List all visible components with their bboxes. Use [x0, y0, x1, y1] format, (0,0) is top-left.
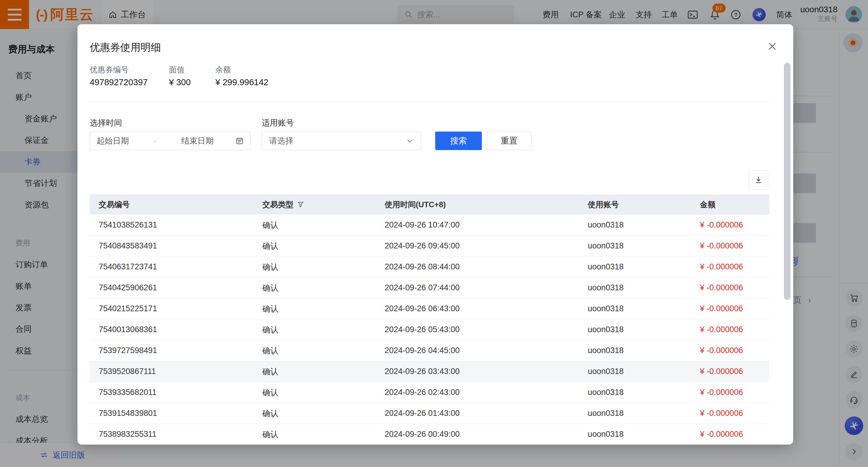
search-button[interactable]: 搜索: [435, 132, 482, 150]
close-icon: [767, 41, 778, 52]
usage-time: 2024-09-26 10:47:00: [385, 215, 460, 235]
table-row: 7538983255311确认2024-09-26 00:49:00uoon03…: [90, 424, 769, 444]
transaction-id: 7539520867111: [99, 361, 156, 382]
date-range-picker[interactable]: 起始日期 - 结束日期: [90, 132, 251, 150]
table-header: 交易编号交易类型使用时间(UTC+8)使用账号金额: [90, 194, 769, 215]
usage-time: 2024-09-26 04:45:00: [385, 340, 460, 361]
transaction-id: 7540013068361: [99, 319, 157, 340]
column-header: 使用账号: [588, 194, 619, 215]
transaction-id: 7541038526131: [99, 215, 157, 235]
account-filter-label: 适用账号: [262, 118, 294, 128]
info-label: 面值: [169, 65, 185, 75]
usage-account: uoon0318: [588, 424, 624, 444]
transaction-type: 确认: [262, 403, 278, 424]
amount: ¥ -0.000006: [700, 257, 743, 277]
info-label: 余额: [215, 65, 231, 75]
transaction-type: 确认: [262, 340, 278, 361]
table-row: 7540425906261确认2024-09-26 07:44:00uoon03…: [90, 277, 769, 298]
transaction-type: 确认: [262, 382, 278, 403]
usage-account: uoon0318: [588, 403, 624, 424]
table-row: 7541038526131确认2024-09-26 10:47:00uoon03…: [90, 215, 769, 236]
usage-account: uoon0318: [588, 236, 624, 256]
table-row: 7539154839801确认2024-09-26 01:43:00uoon03…: [90, 403, 769, 424]
table-row: 7540215225171确认2024-09-26 06:43:00uoon03…: [90, 298, 769, 319]
amount: ¥ -0.000006: [700, 277, 743, 298]
chevron-down-icon: [406, 137, 414, 145]
usage-time: 2024-09-26 03:43:00: [385, 361, 460, 382]
end-date-placeholder: 结束日期: [181, 135, 214, 146]
time-filter-label: 选择时间: [90, 118, 122, 128]
transaction-type: 确认: [262, 257, 278, 277]
transaction-id: 7540843583491: [99, 236, 157, 256]
usage-time: 2024-09-26 02:43:00: [385, 382, 460, 403]
transaction-id: 7540631723741: [99, 257, 157, 277]
calendar-icon: [236, 137, 244, 145]
close-button[interactable]: [766, 40, 779, 53]
usage-time: 2024-09-26 01:43:00: [385, 403, 460, 424]
modal-scrollbar[interactable]: [784, 63, 790, 300]
download-icon: [754, 175, 763, 185]
select-placeholder: 请选择: [269, 135, 293, 146]
amount: ¥ -0.000006: [700, 361, 743, 382]
usage-time: 2024-09-26 05:43:00: [385, 319, 460, 340]
transaction-id: 7539335682011: [99, 382, 156, 403]
transaction-type: 确认: [262, 424, 278, 444]
amount: ¥ -0.000006: [700, 215, 743, 235]
reset-button[interactable]: 重置: [487, 132, 531, 150]
amount: ¥ -0.000006: [700, 236, 743, 256]
transaction-id: 7540425906261: [99, 277, 157, 298]
column-header: 金额: [700, 194, 715, 215]
table-row: 7540013068361确认2024-09-26 05:43:00uoon03…: [90, 319, 769, 340]
usage-account: uoon0318: [588, 298, 624, 319]
section-divider: [90, 101, 769, 101]
usage-account: uoon0318: [588, 257, 624, 277]
transaction-type: 确认: [262, 215, 278, 235]
usage-time: 2024-09-26 08:44:00: [385, 257, 460, 277]
transaction-id: 7538983255311: [99, 424, 156, 444]
table-row: 7539335682011确认2024-09-26 02:43:00uoon03…: [90, 382, 769, 403]
filter-funnel-icon[interactable]: [297, 201, 304, 208]
usage-account: uoon0318: [588, 340, 624, 361]
info-value: ¥ 300: [169, 77, 191, 87]
amount: ¥ -0.000006: [700, 340, 743, 361]
account-select[interactable]: 请选择: [262, 132, 421, 150]
usage-account: uoon0318: [588, 277, 624, 298]
info-label: 优惠券编号: [90, 65, 129, 75]
table-row: 7540843583491确认2024-09-26 09:45:00uoon03…: [90, 236, 769, 257]
transaction-type: 确认: [262, 298, 278, 319]
usage-time: 2024-09-26 00:49:00: [385, 424, 460, 444]
amount: ¥ -0.000006: [700, 403, 743, 424]
range-separator: -: [154, 136, 156, 145]
start-date-placeholder: 起始日期: [97, 135, 129, 146]
table-row: 7539727598491确认2024-09-26 04:45:00uoon03…: [90, 340, 769, 361]
amount: ¥ -0.000006: [700, 319, 743, 340]
transaction-id: 7540215225171: [99, 298, 157, 319]
coupon-usage-dialog: 优惠券使用明细 优惠券编号497892720397面值¥ 300余额¥ 299.…: [78, 24, 793, 444]
usage-account: uoon0318: [588, 319, 624, 340]
amount: ¥ -0.000006: [700, 298, 743, 319]
transaction-type: 确认: [262, 277, 278, 298]
column-header: 使用时间(UTC+8): [385, 194, 446, 215]
table-row: 7539520867111确认2024-09-26 03:43:00uoon03…: [90, 361, 769, 382]
transaction-id: 7539154839801: [99, 403, 157, 424]
table-row: 7540631723741确认2024-09-26 08:44:00uoon03…: [90, 257, 769, 277]
usage-time: 2024-09-26 09:45:00: [385, 236, 460, 256]
export-button[interactable]: [749, 170, 768, 190]
dialog-title: 优惠券使用明细: [90, 41, 161, 55]
transactions-table: 交易编号交易类型使用时间(UTC+8)使用账号金额 7541038526131确…: [90, 194, 769, 444]
usage-account: uoon0318: [588, 382, 624, 403]
usage-account: uoon0318: [588, 215, 624, 235]
info-value: ¥ 299.996142: [215, 77, 268, 87]
usage-time: 2024-09-26 07:44:00: [385, 277, 460, 298]
amount: ¥ -0.000006: [700, 382, 743, 403]
usage-account: uoon0318: [588, 361, 624, 382]
transaction-type: 确认: [262, 236, 278, 256]
table-body: 7541038526131确认2024-09-26 10:47:00uoon03…: [90, 215, 769, 444]
transaction-type: 确认: [262, 361, 278, 382]
column-header[interactable]: 交易类型: [262, 194, 304, 215]
amount: ¥ -0.000006: [700, 424, 743, 444]
transaction-id: 7539727598491: [99, 340, 157, 361]
usage-time: 2024-09-26 06:43:00: [385, 298, 460, 319]
transaction-type: 确认: [262, 319, 278, 340]
info-value: 497892720397: [90, 77, 148, 87]
